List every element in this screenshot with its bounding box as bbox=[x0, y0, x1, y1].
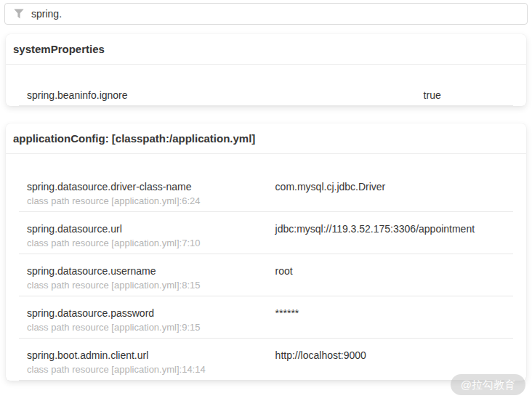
filter-input[interactable] bbox=[31, 8, 527, 20]
property-origin: class path resource [application.yml]:8:… bbox=[27, 280, 259, 291]
property-origin: class path resource [application.yml]:6:… bbox=[27, 195, 259, 207]
property-value: ****** bbox=[275, 307, 505, 320]
property-value: root bbox=[275, 264, 505, 278]
panel-title: systemProperties bbox=[6, 34, 526, 65]
property-origin: class path resource [application.yml]:9:… bbox=[27, 322, 259, 333]
property-name: spring.datasource.driver-class-name bbox=[27, 180, 259, 193]
properties-table: spring.datasource.driver-class-name clas… bbox=[19, 170, 513, 381]
panel-title: applicationConfig: [classpath:/applicati… bbox=[6, 123, 526, 154]
table-row: spring.beaninfo.ignore true bbox=[19, 79, 513, 106]
panel-system-properties: systemProperties spring.beaninfo.ignore … bbox=[6, 34, 526, 106]
property-name: spring.boot.admin.client.url bbox=[27, 349, 259, 362]
property-name: spring.datasource.username bbox=[27, 264, 259, 278]
property-name: spring.datasource.password bbox=[27, 307, 259, 320]
property-value: true bbox=[424, 89, 505, 102]
property-name: spring.beaninfo.ignore bbox=[27, 89, 408, 102]
property-value: com.mysql.cj.jdbc.Driver bbox=[275, 180, 505, 193]
table-row: spring.datasource.driver-class-name clas… bbox=[19, 170, 513, 212]
table-row: spring.datasource.url class path resourc… bbox=[19, 212, 513, 254]
property-value: jdbc:mysql://119.3.52.175:3306/appointme… bbox=[275, 222, 505, 235]
property-name: spring.datasource.url bbox=[27, 222, 259, 235]
properties-table: spring.beaninfo.ignore true bbox=[19, 79, 513, 106]
property-origin: class path resource [application.yml]:7:… bbox=[27, 238, 259, 249]
property-value: http://localhost:9000 bbox=[275, 349, 505, 362]
filter-bar bbox=[4, 3, 528, 25]
table-row: spring.datasource.username class path re… bbox=[19, 254, 513, 296]
property-origin: class path resource [application.yml]:14… bbox=[27, 364, 259, 376]
filter-funnel-icon bbox=[14, 9, 24, 19]
table-row: spring.datasource.password class path re… bbox=[19, 296, 513, 339]
table-row: spring.boot.admin.client.url class path … bbox=[19, 339, 513, 381]
panel-application-config: applicationConfig: [classpath:/applicati… bbox=[6, 123, 526, 381]
